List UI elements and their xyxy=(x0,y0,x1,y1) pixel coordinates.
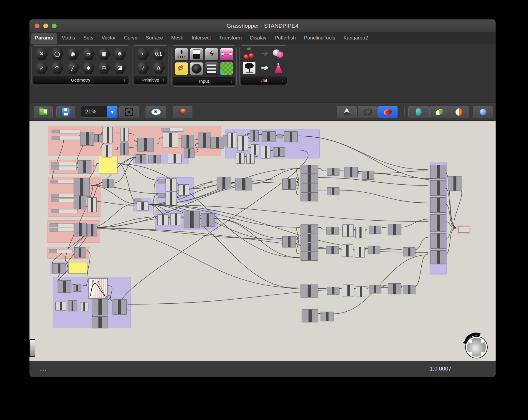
tab-surface[interactable]: Surface xyxy=(142,33,167,44)
component-node[interactable] xyxy=(326,227,339,234)
component-node[interactable] xyxy=(74,196,86,209)
component-node[interactable] xyxy=(344,167,358,177)
component-node[interactable] xyxy=(92,316,108,328)
component-node[interactable] xyxy=(163,133,178,147)
value-list-icon[interactable] xyxy=(205,62,218,75)
component-node[interactable] xyxy=(430,197,446,213)
trigger-icon[interactable]: ➔ xyxy=(258,62,270,74)
open-file-button[interactable] xyxy=(34,106,53,118)
component-node[interactable] xyxy=(343,285,354,296)
tab-kangaroo2[interactable]: Kangaroo2 xyxy=(340,33,372,44)
component-node[interactable] xyxy=(301,252,318,261)
component-node[interactable] xyxy=(403,247,415,256)
tab-params[interactable]: Params xyxy=(31,33,57,44)
component-node[interactable] xyxy=(80,132,94,145)
vector-param-icon[interactable]: ➚ xyxy=(35,62,48,74)
title-bar[interactable]: Grasshopper - STANDPIPE4 xyxy=(29,19,496,33)
zoom-button[interactable] xyxy=(52,24,57,28)
curve-param-icon[interactable]: ◉ xyxy=(66,48,80,60)
component-node[interactable] xyxy=(217,177,231,189)
component-node[interactable] xyxy=(55,302,66,310)
component-node[interactable] xyxy=(74,247,85,257)
compass-widget[interactable] xyxy=(461,332,489,360)
boolean-param-icon[interactable]: ◐ xyxy=(136,48,150,60)
number-slider-node[interactable] xyxy=(51,199,77,202)
component-node[interactable] xyxy=(388,283,401,294)
component-node[interactable] xyxy=(321,312,334,321)
component-node[interactable] xyxy=(103,127,113,143)
component-node[interactable] xyxy=(113,299,127,315)
number-slider-icon[interactable] xyxy=(175,48,188,61)
tab-sets[interactable]: Sets xyxy=(80,33,97,44)
component-node[interactable] xyxy=(430,250,446,264)
component-node[interactable] xyxy=(87,224,97,236)
component-node[interactable] xyxy=(301,243,318,252)
component-node[interactable] xyxy=(356,286,366,297)
tab-transform[interactable]: Transform xyxy=(215,33,246,44)
component-node[interactable] xyxy=(430,180,446,196)
ribbon-group-label-geometry[interactable]: Geometry↓ xyxy=(33,76,128,84)
number-slider-node[interactable] xyxy=(50,223,75,227)
component-node[interactable] xyxy=(273,147,285,157)
panel-node[interactable] xyxy=(99,156,117,174)
component-node[interactable] xyxy=(92,298,108,315)
component-node[interactable] xyxy=(198,133,211,148)
shaded-preview-button[interactable] xyxy=(378,106,398,118)
preview-mesh-quality-button[interactable] xyxy=(449,106,469,118)
number-slider-node[interactable] xyxy=(51,209,78,213)
component-node[interactable] xyxy=(166,192,177,205)
component-node[interactable] xyxy=(327,187,339,195)
component-node[interactable] xyxy=(68,300,77,311)
component-node[interactable] xyxy=(301,183,318,192)
component-node[interactable] xyxy=(369,285,381,293)
component-node[interactable] xyxy=(102,145,112,157)
component-node[interactable] xyxy=(201,213,214,227)
component-node[interactable] xyxy=(136,154,146,163)
component-node[interactable] xyxy=(184,148,194,158)
zoom-dropdown-button[interactable]: ▼ xyxy=(107,106,118,118)
component-node[interactable] xyxy=(137,201,148,210)
tab-pufferfish[interactable]: Pufferfish xyxy=(271,33,300,44)
component-node[interactable] xyxy=(251,144,259,155)
component-node[interactable] xyxy=(448,176,462,191)
component-node[interactable] xyxy=(430,214,446,232)
param-chip-node[interactable] xyxy=(277,134,283,138)
graph-mapper-icon[interactable]: ϟ xyxy=(205,48,218,61)
boolean-toggle-icon[interactable] xyxy=(190,48,203,61)
tab-intersect[interactable]: Intersect xyxy=(188,33,215,44)
component-node[interactable] xyxy=(284,131,298,142)
text-param-icon[interactable]: A xyxy=(152,62,165,74)
component-node[interactable] xyxy=(302,309,318,322)
component-node[interactable] xyxy=(301,224,318,233)
preview-settings-button[interactable] xyxy=(473,106,493,118)
number-slider-node[interactable] xyxy=(52,130,80,133)
component-node[interactable] xyxy=(182,135,194,148)
zoom-level-field[interactable]: 21% xyxy=(81,106,107,118)
component-node[interactable] xyxy=(301,192,318,201)
component-node[interactable] xyxy=(236,153,245,164)
cylinder-param-icon[interactable]: ⬭ xyxy=(97,62,111,74)
only-selected-preview-button[interactable] xyxy=(408,106,429,118)
sketch-tool-button[interactable] xyxy=(173,106,192,118)
number-slider-node[interactable] xyxy=(52,136,80,140)
component-node[interactable] xyxy=(403,285,415,294)
component-node[interactable] xyxy=(261,146,270,158)
component-node[interactable] xyxy=(102,179,114,188)
component-node[interactable] xyxy=(74,178,90,197)
tab-mesh[interactable]: Mesh xyxy=(167,33,187,44)
ribbon-group-label-util[interactable]: Util↓ xyxy=(241,77,287,85)
canvas-scrollbar-handle[interactable] xyxy=(29,339,35,357)
component-node[interactable] xyxy=(78,160,91,173)
component-node[interactable] xyxy=(210,137,224,148)
galapagos-tree-icon[interactable] xyxy=(243,62,256,75)
tab-panelingtools[interactable]: PanelingTools xyxy=(300,33,339,44)
wireframe-preview-button[interactable] xyxy=(358,106,378,118)
mesh-param-icon[interactable]: ❄ xyxy=(113,48,126,60)
component-node[interactable] xyxy=(326,246,339,254)
component-node[interactable] xyxy=(148,155,161,163)
component-node[interactable] xyxy=(342,244,353,257)
component-node[interactable] xyxy=(157,214,169,225)
component-node[interactable] xyxy=(388,224,401,235)
brep-param-icon[interactable]: ◪ xyxy=(113,62,126,74)
number-slider-node[interactable] xyxy=(51,194,77,198)
